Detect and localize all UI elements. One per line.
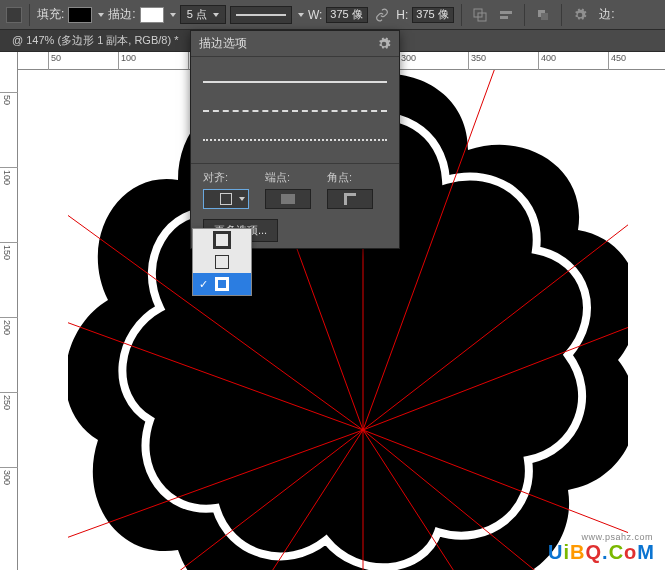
link-icon[interactable] — [372, 5, 392, 25]
cap-butt-icon — [281, 194, 295, 204]
separator — [461, 4, 462, 26]
align-inside-icon — [215, 277, 229, 291]
align-dropdown-button[interactable] — [203, 189, 249, 209]
divider — [191, 163, 399, 164]
height-label: H: — [396, 8, 408, 22]
stroke-swatch[interactable] — [140, 7, 164, 23]
chevron-down-icon[interactable] — [213, 13, 219, 17]
align-outside-icon — [220, 193, 232, 205]
svg-rect-2 — [500, 11, 512, 14]
panel-header[interactable]: 描边选项 — [191, 31, 399, 57]
chevron-down-icon[interactable] — [298, 13, 304, 17]
tab-title: @ 147% (多边形 1 副本, RGB/8) * — [12, 34, 178, 46]
corners-label: 角点: — [327, 170, 373, 185]
width-input[interactable] — [326, 7, 368, 23]
tool-icon[interactable] — [6, 7, 22, 23]
ruler-vertical: 50100150200250300 — [0, 52, 18, 570]
align-option-outside[interactable]: ✓ — [193, 229, 251, 251]
edge-label: 边: — [599, 6, 614, 23]
dashed-stroke-icon[interactable] — [203, 110, 387, 112]
stroke-width-input[interactable]: 5 点 — [180, 5, 226, 24]
check-icon: ✓ — [199, 278, 209, 291]
align-icon[interactable] — [495, 5, 517, 25]
align-option-center[interactable]: ✓ — [193, 251, 251, 273]
align-outside-icon — [215, 233, 229, 247]
separator — [561, 4, 562, 26]
path-operations-icon[interactable] — [469, 5, 491, 25]
chevron-down-icon[interactable] — [170, 13, 176, 17]
gear-icon[interactable] — [569, 5, 591, 25]
caps-dropdown-button[interactable] — [265, 189, 311, 209]
options-toolbar: 填充: 描边: 5 点 W: H: 边: — [0, 0, 665, 30]
align-option-inside[interactable]: ✓ — [193, 273, 251, 295]
stroke-label: 描边: — [108, 6, 135, 23]
corners-dropdown-button[interactable] — [327, 189, 373, 209]
align-dropdown-list: ✓ ✓ ✓ — [192, 228, 252, 296]
chevron-down-icon[interactable] — [98, 13, 104, 17]
height-input[interactable] — [412, 7, 454, 23]
dotted-stroke-icon[interactable] — [203, 139, 387, 141]
corner-miter-icon — [344, 193, 356, 205]
fill-swatch[interactable] — [68, 7, 92, 23]
gear-icon[interactable] — [377, 37, 391, 51]
arrange-icon[interactable] — [532, 5, 554, 25]
panel-title: 描边选项 — [199, 35, 247, 52]
align-label: 对齐: — [203, 170, 249, 185]
svg-rect-5 — [541, 13, 548, 20]
document-tab[interactable]: @ 147% (多边形 1 副本, RGB/8) * — [0, 30, 191, 51]
align-center-icon — [215, 255, 229, 269]
watermark: UiBQ.CoM — [548, 541, 655, 564]
width-label: W: — [308, 8, 322, 22]
stroke-options-panel: 描边选项 对齐: 端点: — [190, 30, 400, 249]
stroke-type-preview[interactable] — [203, 67, 387, 155]
caps-label: 端点: — [265, 170, 311, 185]
chevron-down-icon — [239, 197, 245, 201]
solid-stroke-icon[interactable] — [203, 81, 387, 83]
fill-label: 填充: — [37, 6, 64, 23]
separator — [524, 4, 525, 26]
stroke-style-dropdown[interactable] — [230, 6, 292, 24]
separator — [29, 4, 30, 26]
solid-line-icon — [236, 14, 286, 16]
svg-rect-3 — [500, 16, 508, 19]
stroke-width-value: 5 点 — [187, 7, 207, 22]
